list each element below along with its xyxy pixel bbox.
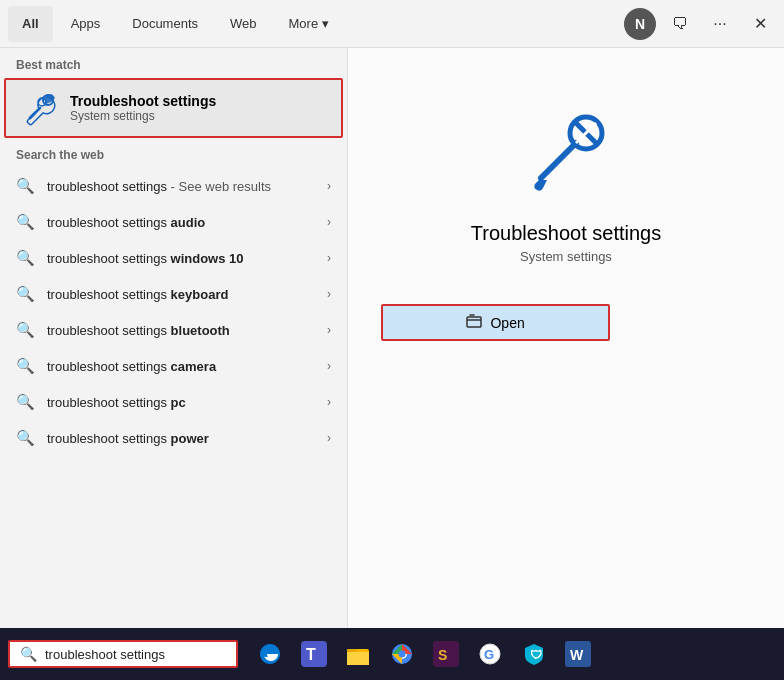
security-icon[interactable]: 🛡 [514, 634, 554, 674]
wrench-large-icon [521, 108, 611, 202]
search-icon: 🔍 [16, 321, 35, 339]
result-text: troubleshoot settings - See web results [47, 179, 271, 194]
chevron-right-icon: › [327, 251, 331, 265]
best-match-text: Troubleshoot settings System settings [70, 93, 216, 123]
result-text: troubleshoot settings keyboard [47, 287, 228, 302]
result-text: troubleshoot settings pc [47, 395, 186, 410]
result-left: 🔍 troubleshoot settings audio [16, 213, 205, 231]
list-item[interactable]: 🔍 troubleshoot settings keyboard › [0, 276, 347, 312]
open-icon [466, 314, 482, 331]
search-icon: 🔍 [16, 285, 35, 303]
taskbar-search-icon: 🔍 [20, 646, 37, 662]
chevron-right-icon: › [327, 431, 331, 445]
tab-web[interactable]: Web [216, 6, 271, 42]
search-icon: 🔍 [16, 213, 35, 231]
action-row: Open [381, 304, 752, 341]
file-explorer-icon[interactable] [338, 634, 378, 674]
result-left: 🔍 troubleshoot settings power [16, 429, 209, 447]
chevron-down-icon: ▾ [322, 16, 329, 31]
list-item[interactable]: 🔍 troubleshoot settings pc › [0, 384, 347, 420]
open-button[interactable]: Open [381, 304, 611, 341]
chevron-right-icon: › [327, 179, 331, 193]
search-icon: 🔍 [16, 429, 35, 447]
svg-text:🛡: 🛡 [530, 648, 542, 662]
result-text: troubleshoot settings audio [47, 215, 205, 230]
best-match-label: Best match [0, 48, 347, 78]
best-match-subtitle: System settings [70, 109, 216, 123]
result-text: troubleshoot settings bluetooth [47, 323, 230, 338]
result-left: 🔍 troubleshoot settings keyboard [16, 285, 228, 303]
svg-point-13 [399, 651, 406, 658]
svg-text:T: T [306, 646, 316, 663]
google-icon[interactable]: G [470, 634, 510, 674]
chevron-right-icon: › [327, 323, 331, 337]
chevron-right-icon: › [327, 215, 331, 229]
result-left: 🔍 troubleshoot settings - See web result… [16, 177, 271, 195]
list-item[interactable]: 🔍 troubleshoot settings bluetooth › [0, 312, 347, 348]
result-text: troubleshoot settings power [47, 431, 209, 446]
tab-documents[interactable]: Documents [118, 6, 212, 42]
search-results: 🔍 troubleshoot settings - See web result… [0, 168, 347, 628]
left-panel: Best match Troubleshoot settings System … [0, 48, 348, 628]
taskbar-apps: T S [250, 634, 598, 674]
nav-right: N 🗨 ··· ✕ [624, 8, 776, 40]
avatar[interactable]: N [624, 8, 656, 40]
taskbar: 🔍 troubleshoot settings T [0, 628, 784, 680]
search-icon: 🔍 [16, 249, 35, 267]
wrench-icon [22, 90, 58, 126]
teams-icon[interactable]: T [294, 634, 334, 674]
close-button[interactable]: ✕ [744, 8, 776, 40]
svg-text:S: S [438, 647, 447, 663]
result-left: 🔍 troubleshoot settings pc [16, 393, 186, 411]
word-icon[interactable]: W [558, 634, 598, 674]
chevron-right-icon: › [327, 395, 331, 409]
svg-line-2 [30, 113, 35, 118]
right-panel-subtitle: System settings [520, 249, 612, 264]
chrome-icon[interactable] [382, 634, 422, 674]
search-web-label: Search the web [0, 138, 347, 168]
tab-all[interactable]: All [8, 6, 53, 42]
more-options-button[interactable]: ··· [704, 8, 736, 40]
main-content: Best match Troubleshoot settings System … [0, 48, 784, 628]
result-left: 🔍 troubleshoot settings windows 10 [16, 249, 244, 267]
slack-icon[interactable]: S [426, 634, 466, 674]
result-text: troubleshoot settings camera [47, 359, 216, 374]
taskbar-search-text: troubleshoot settings [45, 647, 165, 662]
search-icon: 🔍 [16, 177, 35, 195]
chevron-right-icon: › [327, 287, 331, 301]
list-item[interactable]: 🔍 troubleshoot settings audio › [0, 204, 347, 240]
edge-icon[interactable] [250, 634, 290, 674]
search-icon: 🔍 [16, 393, 35, 411]
list-item[interactable]: 🔍 troubleshoot settings power › [0, 420, 347, 456]
list-item[interactable]: 🔍 troubleshoot settings camera › [0, 348, 347, 384]
svg-text:W: W [570, 647, 584, 663]
feedback-button[interactable]: 🗨 [664, 8, 696, 40]
best-match-item[interactable]: Troubleshoot settings System settings [4, 78, 343, 138]
svg-text:G: G [484, 647, 494, 662]
right-panel-title: Troubleshoot settings [471, 222, 661, 245]
list-item[interactable]: 🔍 troubleshoot settings - See web result… [0, 168, 347, 204]
tab-more[interactable]: More ▾ [275, 6, 344, 42]
result-left: 🔍 troubleshoot settings camera [16, 357, 216, 375]
svg-rect-10 [347, 649, 357, 652]
svg-rect-6 [467, 317, 481, 327]
chevron-right-icon: › [327, 359, 331, 373]
list-item[interactable]: 🔍 troubleshoot settings windows 10 › [0, 240, 347, 276]
taskbar-search-box[interactable]: 🔍 troubleshoot settings [8, 640, 238, 668]
result-text: troubleshoot settings windows 10 [47, 251, 244, 266]
result-left: 🔍 troubleshoot settings bluetooth [16, 321, 230, 339]
search-icon: 🔍 [16, 357, 35, 375]
top-nav: All Apps Documents Web More ▾ N 🗨 ··· ✕ [0, 0, 784, 48]
tab-apps[interactable]: Apps [57, 6, 115, 42]
open-label: Open [490, 315, 524, 331]
right-panel: Troubleshoot settings System settings Op… [348, 48, 784, 628]
best-match-title: Troubleshoot settings [70, 93, 216, 109]
